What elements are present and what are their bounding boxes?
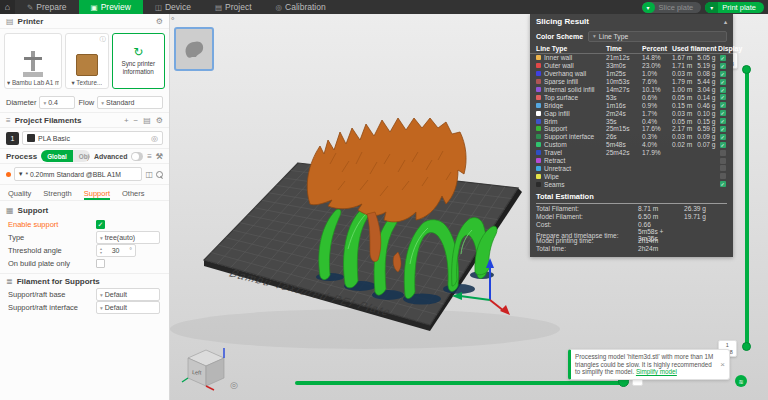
- filament-settings-gear-icon[interactable]: ⚙: [156, 116, 163, 125]
- remove-filament-icon[interactable]: −: [134, 116, 139, 125]
- display-checkbox[interactable]: ✓: [720, 63, 726, 69]
- slicing-table-row[interactable]: Top surface 53s 0.6% 0.05 m 0.14 g ✓: [530, 93, 733, 101]
- slicing-table-row[interactable]: Sparse infill 10m53s 7.6% 1.79 m 5.44 g …: [530, 78, 733, 86]
- process-tools-icon[interactable]: ⚒: [156, 152, 163, 161]
- slicing-table-row[interactable]: Retract: [530, 157, 733, 165]
- display-checkbox[interactable]: ✓: [720, 102, 726, 108]
- slicing-table-row[interactable]: Outer wall 33m0s 23.0% 1.71 m 5.19 g ✓: [530, 62, 733, 70]
- slicing-table-row[interactable]: Support 25m15s 17.6% 2.17 m 6.59 g ✓: [530, 125, 733, 133]
- process-scope-toggle[interactable]: Global Objects: [41, 150, 90, 162]
- total-row: Total Filament: 8.71 m 26.39 g: [530, 204, 733, 212]
- slicing-table-row[interactable]: Travel 25m42s 17.9%: [530, 149, 733, 157]
- plate-info-icon[interactable]: ⓘ: [100, 35, 106, 44]
- home-button[interactable]: ⌂: [0, 0, 15, 14]
- view-center-button[interactable]: ◎: [230, 380, 238, 390]
- display-checkbox[interactable]: ✓: [720, 55, 726, 61]
- layer-slider-track[interactable]: [745, 69, 749, 347]
- tab-quality[interactable]: Quality: [8, 189, 31, 200]
- display-checkbox[interactable]: [720, 150, 726, 156]
- simplify-model-link[interactable]: Simplify model: [636, 368, 677, 375]
- display-checkbox[interactable]: ✓: [720, 87, 726, 93]
- viewport-3d[interactable]: Bambu Textured PEI Plate: [170, 14, 768, 400]
- printer-settings-gear-icon[interactable]: ⚙: [156, 17, 163, 26]
- slice-dropdown-icon[interactable]: ▾: [642, 2, 655, 13]
- build-plate-select-card[interactable]: ⓘ ▾ Texture...: [65, 33, 109, 89]
- line-type-chip: [536, 182, 541, 187]
- filament-select[interactable]: PLA Basic ◎: [22, 131, 163, 145]
- tab-strength[interactable]: Strength: [43, 189, 71, 200]
- color-scheme-select[interactable]: ▾ Line Type: [588, 31, 727, 42]
- panel-collapse-chevron-icon[interactable]: ▴: [724, 18, 727, 25]
- display-checkbox[interactable]: ✓: [720, 110, 726, 116]
- display-checkbox[interactable]: ✓: [720, 71, 726, 77]
- preset-search-icon[interactable]: [156, 171, 163, 178]
- slicing-table-row[interactable]: Seams ✓: [530, 180, 733, 188]
- line-type-label: Support interface: [544, 133, 594, 140]
- display-checkbox[interactable]: ✓: [720, 181, 726, 187]
- display-checkbox[interactable]: ✓: [720, 134, 726, 140]
- tab-support[interactable]: Support: [84, 189, 110, 200]
- printer-select-card[interactable]: ▾ Bambu Lab A1 mini: [4, 33, 62, 89]
- line-type-label: Retract: [544, 157, 565, 164]
- scope-global[interactable]: Global: [41, 150, 73, 162]
- slicing-table-row[interactable]: Inner wall 21m12s 14.8% 1.67 m 5.05 g ✓: [530, 54, 733, 62]
- nav-cube[interactable]: Left: [180, 346, 228, 394]
- display-checkbox[interactable]: ✓: [720, 94, 726, 100]
- display-checkbox[interactable]: [720, 165, 726, 171]
- slicing-table-row[interactable]: Bridge 1m16s 0.9% 0.15 m 0.46 g ✓: [530, 101, 733, 109]
- slicing-table-row[interactable]: Custom 5m48s 4.0% 0.02 m 0.07 g ✓: [530, 141, 733, 149]
- sync-printer-button[interactable]: ↻ Sync printer information: [112, 33, 165, 89]
- display-checkbox[interactable]: [720, 173, 726, 179]
- layer-slider-bottom-handle[interactable]: [742, 342, 751, 351]
- enable-support-checkbox[interactable]: ✓: [96, 220, 105, 229]
- move-slider-track[interactable]: [295, 381, 627, 385]
- layer-slider-top-handle[interactable]: [742, 65, 751, 74]
- filament-slot-badge[interactable]: 1: [6, 132, 19, 145]
- display-checkbox[interactable]: [720, 158, 726, 164]
- advanced-toggle[interactable]: [131, 152, 143, 161]
- slice-plate-button[interactable]: ▾ Slice plate: [642, 2, 702, 13]
- slicing-table-row[interactable]: Wipe: [530, 172, 733, 180]
- display-checkbox[interactable]: ✓: [720, 126, 726, 132]
- tab-project[interactable]: ▤ Project: [203, 0, 264, 14]
- slicing-table-row[interactable]: Unretract: [530, 164, 733, 172]
- tab-device[interactable]: ◫ Device: [143, 0, 203, 14]
- raft-interface-select[interactable]: ▾ Default: [96, 301, 160, 314]
- threshold-spinner[interactable]: ▴▾: [100, 247, 102, 255]
- diameter-select[interactable]: ▾ 0.4: [39, 96, 75, 109]
- display-checkbox[interactable]: ✓: [720, 118, 726, 124]
- raft-base-select[interactable]: ▾ Default: [96, 288, 160, 301]
- preset-plate-icon[interactable]: ◫: [145, 170, 153, 179]
- plate-thumbnail[interactable]: [174, 27, 214, 71]
- printer-caret-icon: ▾: [7, 79, 10, 86]
- print-dropdown-icon[interactable]: ▾: [705, 2, 718, 13]
- slider-mode-button[interactable]: ≋: [735, 375, 747, 387]
- process-preset-select[interactable]: ▾ * 0.20mm Standard @BBL A1M: [14, 167, 142, 181]
- tab-prepare[interactable]: ✎ Prepare: [15, 0, 79, 14]
- slicing-table-row[interactable]: Overhang wall 1m25s 1.0% 0.03 m 0.08 g ✓: [530, 70, 733, 78]
- notification-close-icon[interactable]: ×: [720, 360, 725, 369]
- slicing-table-row[interactable]: Internal solid infill 14m27s 10.1% 1.00 …: [530, 86, 733, 94]
- add-filament-icon[interactable]: +: [124, 116, 129, 125]
- ams-icon[interactable]: ▤: [143, 116, 151, 125]
- on-build-plate-checkbox[interactable]: [96, 259, 105, 268]
- process-menu-icon[interactable]: ≡: [147, 152, 152, 161]
- slicing-table-row[interactable]: Brim 35s 0.4% 0.05 m 0.15 g ✓: [530, 117, 733, 125]
- row-filament-m: 1.71 m: [672, 62, 692, 69]
- slicing-table-row[interactable]: Support interface 26s 0.3% 0.03 m 0.09 g…: [530, 133, 733, 141]
- top-bar: ⌂ ✎ Prepare ▣ Preview ◫ Device ▤ Project…: [0, 0, 768, 14]
- display-checkbox[interactable]: ✓: [720, 79, 726, 85]
- tab-calibration[interactable]: ◎ Calibration: [264, 0, 338, 14]
- tab-others[interactable]: Others: [122, 189, 145, 200]
- display-checkbox[interactable]: ✓: [720, 142, 726, 148]
- threshold-angle-input[interactable]: ▴▾ 30 °: [96, 244, 136, 257]
- print-plate-button[interactable]: ▾ Print plate: [705, 2, 764, 13]
- flow-select[interactable]: ▾ Standard: [97, 96, 163, 109]
- support-type-select[interactable]: ▾ tree(auto): [96, 231, 160, 244]
- scope-objects[interactable]: Objects: [73, 150, 90, 162]
- slicing-table-row[interactable]: Gap infill 2m24s 1.7% 0.03 m 0.10 g ✓: [530, 109, 733, 117]
- filament-edit-icon[interactable]: ◎: [151, 134, 158, 143]
- tab-preview[interactable]: ▣ Preview: [79, 0, 143, 14]
- panel-collapse-icon[interactable]: ‹›: [171, 15, 173, 22]
- nav-cube-front-label: Left: [192, 369, 202, 376]
